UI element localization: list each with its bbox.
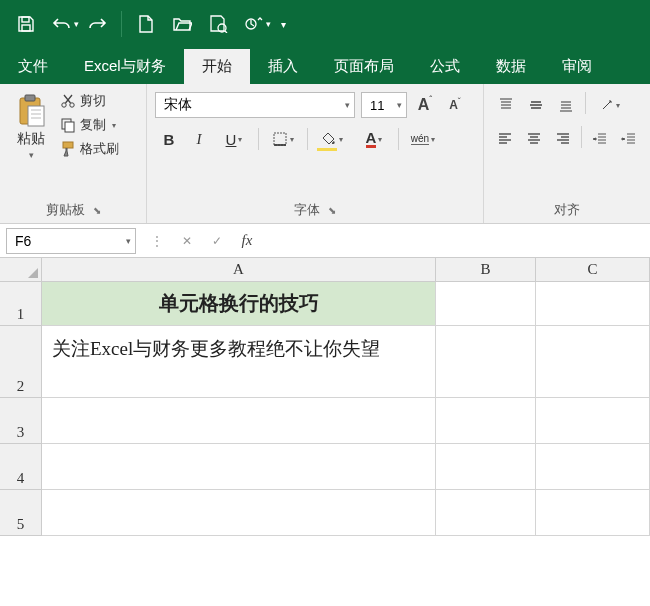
cell-c3[interactable] <box>536 398 650 444</box>
svg-rect-10 <box>65 122 74 132</box>
decrease-indent-icon <box>592 131 608 147</box>
orientation-icon <box>600 98 614 112</box>
paste-label: 粘贴 <box>17 130 45 148</box>
qat-separator <box>121 11 122 37</box>
row-header-5[interactable]: 5 <box>0 490 42 536</box>
cell-a1[interactable]: 单元格换行的技巧 <box>42 282 436 326</box>
align-center-button[interactable] <box>521 126 548 152</box>
svg-rect-5 <box>25 95 35 101</box>
font-name-combo[interactable]: 宋体 ▾ <box>155 92 355 118</box>
save-icon[interactable] <box>8 6 44 42</box>
name-box[interactable]: F6 ▾ <box>6 228 136 254</box>
select-all-corner[interactable] <box>0 258 42 282</box>
tab-home[interactable]: 开始 <box>184 49 250 84</box>
font-size-combo[interactable]: 11 ▾ <box>361 92 407 118</box>
copy-dropdown-icon[interactable]: ▾ <box>112 121 116 130</box>
format-painter-button[interactable]: 格式刷 <box>60 140 119 158</box>
column-header-c[interactable]: C <box>536 258 650 282</box>
tab-insert[interactable]: 插入 <box>250 49 316 84</box>
border-button[interactable]: ▾ <box>264 126 302 152</box>
cell-b4[interactable] <box>436 444 536 490</box>
clipboard-launcher-icon[interactable]: ⬊ <box>93 205 101 216</box>
cell-b5[interactable] <box>436 490 536 536</box>
row-header-3[interactable]: 3 <box>0 398 42 444</box>
redo-icon[interactable] <box>79 6 115 42</box>
column-header-b[interactable]: B <box>436 258 536 282</box>
decrease-indent-button[interactable] <box>587 126 614 152</box>
enter-formula-button[interactable]: ✓ <box>202 226 232 256</box>
cell-a3[interactable] <box>42 398 436 444</box>
paste-dropdown-icon: ▾ <box>29 150 34 160</box>
cell-c1[interactable] <box>536 282 650 326</box>
open-file-icon[interactable] <box>164 6 200 42</box>
font-separator-2 <box>307 128 308 150</box>
cell-c5[interactable] <box>536 490 650 536</box>
align-center-icon <box>526 131 542 147</box>
cell-b1[interactable] <box>436 282 536 326</box>
border-icon <box>272 131 288 147</box>
qat-overflow-icon[interactable]: ▾ <box>271 6 295 42</box>
align-left-button[interactable] <box>492 126 519 152</box>
bold-button[interactable]: B <box>155 126 183 152</box>
quick-access-toolbar: ▾ ▾ ▾ <box>0 0 650 48</box>
row-header-2[interactable]: 2 <box>0 326 42 398</box>
font-name-dropdown-icon: ▾ <box>345 100 350 110</box>
tab-formulas[interactable]: 公式 <box>412 49 478 84</box>
cell-b3[interactable] <box>436 398 536 444</box>
cell-a5[interactable] <box>42 490 436 536</box>
formula-expand-icon[interactable]: ⋮ <box>142 226 172 256</box>
align-top-button[interactable] <box>492 92 520 118</box>
cancel-formula-button[interactable]: ✕ <box>172 226 202 256</box>
new-file-icon[interactable] <box>128 6 164 42</box>
svg-point-7 <box>62 103 66 107</box>
cell-b2[interactable] <box>436 326 536 398</box>
clipboard-group-title: 剪贴板 <box>46 201 85 219</box>
tab-review[interactable]: 审阅 <box>544 49 610 84</box>
increase-font-button[interactable]: Aˆ <box>413 92 437 118</box>
align-sep-2 <box>581 126 582 148</box>
tab-file[interactable]: 文件 <box>0 49 66 84</box>
copy-icon <box>60 117 76 133</box>
align-bottom-button[interactable] <box>552 92 580 118</box>
column-header-a[interactable]: A <box>42 258 436 282</box>
cell-a2[interactable]: 关注Excel与财务更多教程绝不让你失望 <box>42 326 436 398</box>
font-separator <box>258 128 259 150</box>
row-header-1[interactable]: 1 <box>0 282 42 326</box>
tab-excel-finance[interactable]: Excel与财务 <box>66 49 184 84</box>
svg-rect-0 <box>22 17 29 22</box>
group-alignment: ▾ 对齐 <box>484 84 650 223</box>
tab-page-layout[interactable]: 页面布局 <box>316 49 412 84</box>
insert-function-button[interactable]: fx <box>232 226 262 256</box>
align-right-button[interactable] <box>549 126 576 152</box>
italic-button[interactable]: I <box>185 126 213 152</box>
align-middle-button[interactable] <box>522 92 550 118</box>
cell-a4[interactable] <box>42 444 436 490</box>
font-launcher-icon[interactable]: ⬊ <box>328 205 336 216</box>
alignment-group-title: 对齐 <box>554 201 580 219</box>
align-top-icon <box>498 97 514 113</box>
name-box-value: F6 <box>15 233 31 249</box>
copy-button[interactable]: 复制 ▾ <box>60 116 119 134</box>
cell-c2[interactable] <box>536 326 650 398</box>
cut-button[interactable]: 剪切 <box>60 92 119 110</box>
name-box-dropdown-icon[interactable]: ▾ <box>126 236 131 246</box>
formula-bar: F6 ▾ ⋮ ✕ ✓ fx <box>0 224 650 258</box>
align-right-icon <box>555 131 571 147</box>
group-clipboard: 粘贴 ▾ 剪切 复制 ▾ 格式刷 剪贴板 ⬊ <box>0 84 147 223</box>
svg-rect-12 <box>274 133 286 145</box>
cell-c4[interactable] <box>536 444 650 490</box>
font-size-value: 11 <box>370 98 384 113</box>
increase-indent-button[interactable] <box>615 126 642 152</box>
underline-button[interactable]: U▾ <box>215 126 253 152</box>
orientation-button[interactable]: ▾ <box>591 92 629 118</box>
ribbon-tab-bar: 文件 Excel与财务 开始 插入 页面布局 公式 数据 审阅 <box>0 48 650 84</box>
font-color-button[interactable]: A▾ <box>355 126 393 152</box>
row-header-4[interactable]: 4 <box>0 444 42 490</box>
print-preview-icon[interactable] <box>200 6 236 42</box>
decrease-font-button[interactable]: Aˇ <box>443 92 467 118</box>
paste-button[interactable]: 粘贴 ▾ <box>8 90 54 164</box>
tab-data[interactable]: 数据 <box>478 49 544 84</box>
phonetic-button[interactable]: wén▾ <box>404 126 442 152</box>
ribbon: 粘贴 ▾ 剪切 复制 ▾ 格式刷 剪贴板 ⬊ <box>0 84 650 224</box>
formula-input[interactable] <box>262 228 650 254</box>
